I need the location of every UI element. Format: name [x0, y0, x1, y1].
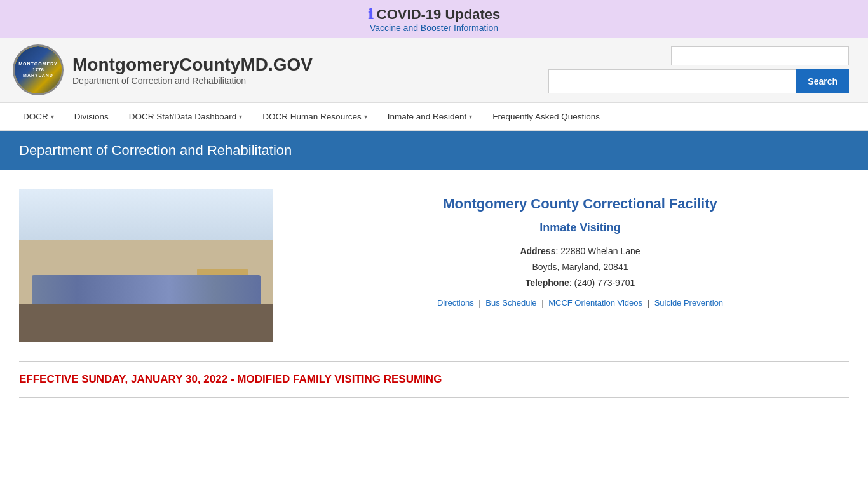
nav-label-faq: Frequently Asked Questions — [492, 112, 600, 121]
address-label: Address — [520, 246, 555, 256]
nav-link-divisions[interactable]: Divisions — [64, 103, 119, 130]
site-subtitle: Department of Correction and Rehabilitat… — [72, 76, 313, 86]
telephone-line: Telephone: (240) 773-9701 — [311, 275, 849, 291]
nav-item-stat: DOCR Stat/Data Dashboard ▾ — [119, 103, 253, 130]
nav-link-stat[interactable]: DOCR Stat/Data Dashboard ▾ — [119, 103, 253, 130]
nav-item-faq: Frequently Asked Questions — [482, 103, 610, 130]
nav-label-stat: DOCR Stat/Data Dashboard — [129, 112, 237, 121]
nav-link-faq[interactable]: Frequently Asked Questions — [482, 103, 610, 130]
facility-links: Directions | Bus Schedule | MCCF Orienta… — [311, 298, 849, 308]
covid-link[interactable]: Vaccine and Booster Information — [0, 23, 868, 33]
telephone-label: Telephone — [526, 278, 569, 288]
page-title: Department of Correction and Rehabilitat… — [19, 142, 849, 159]
nav-arrow-stat: ▾ — [239, 113, 242, 120]
site-header: MONTGOMERY 1776 MARYLAND MontgomeryCount… — [0, 38, 868, 102]
address-line2: Boyds, Maryland, 20841 — [311, 259, 849, 275]
bus-schedule-link[interactable]: Bus Schedule — [485, 298, 536, 308]
nav-arrow-hr: ▾ — [364, 113, 367, 120]
sep2: | — [541, 298, 543, 308]
nav-label-divisions: Divisions — [74, 112, 109, 121]
notice-text: EFFECTIVE SUNDAY, JANUARY 30, 2022 - MOD… — [19, 373, 849, 386]
main-content: Montgomery County Correctional Facility … — [0, 170, 868, 410]
sep1: | — [478, 298, 480, 308]
page-banner: Department of Correction and Rehabilitat… — [0, 131, 868, 170]
directions-link[interactable]: Directions — [437, 298, 474, 308]
nav-link-docr[interactable]: DOCR ▾ — [13, 103, 64, 130]
nav-arrow-docr: ▾ — [51, 113, 54, 120]
address-value1: : 22880 Whelan Lane — [555, 246, 640, 256]
search-input[interactable] — [548, 69, 796, 93]
site-logo: MONTGOMERY 1776 MARYLAND — [13, 44, 64, 95]
covid-title: ℹ COVID-19 Updates — [0, 6, 868, 23]
nav-item-hr: DOCR Human Resources ▾ — [252, 103, 377, 130]
nav-item-divisions: Divisions — [64, 103, 119, 130]
nav-arrow-inmate: ▾ — [469, 113, 472, 120]
search-row: Search — [548, 69, 849, 93]
top-search-input[interactable] — [671, 46, 849, 65]
visiting-title: Inmate Visiting — [311, 221, 849, 234]
header-search: Search — [548, 46, 849, 93]
header-left: MONTGOMERY 1776 MARYLAND MontgomeryCount… — [13, 44, 313, 95]
site-title-block: MontgomeryCountyMD.GOV Department of Cor… — [72, 54, 313, 86]
covid-title-text: COVID-19 Updates — [377, 6, 500, 22]
main-nav: DOCR ▾ Divisions DOCR Stat/Data Dashboar… — [0, 102, 868, 131]
facility-name: Montgomery County Correctional Facility — [311, 196, 849, 212]
address-block: Address: 22880 Whelan Lane Boyds, Maryla… — [311, 243, 849, 292]
nav-item-docr: DOCR ▾ — [13, 103, 64, 130]
nav-link-hr[interactable]: DOCR Human Resources ▾ — [252, 103, 377, 130]
site-name: MontgomeryCountyMD.GOV — [72, 54, 313, 76]
nav-label-hr: DOCR Human Resources — [262, 112, 361, 121]
search-button[interactable]: Search — [796, 69, 849, 93]
info-icon: ℹ — [368, 6, 373, 22]
nav-link-inmate[interactable]: Inmate and Resident ▾ — [377, 103, 483, 130]
covid-banner: ℹ COVID-19 Updates Vaccine and Booster I… — [0, 0, 868, 38]
notice-section: EFFECTIVE SUNDAY, JANUARY 30, 2022 - MOD… — [19, 361, 849, 398]
facility-image — [19, 189, 273, 342]
nav-item-inmate: Inmate and Resident ▾ — [377, 103, 483, 130]
sep3: | — [648, 298, 649, 308]
nav-label-inmate: Inmate and Resident — [388, 112, 467, 121]
orientation-videos-link[interactable]: MCCF Orientation Videos — [548, 298, 642, 308]
content-flex: Montgomery County Correctional Facility … — [19, 189, 849, 342]
telephone-value: : (240) 773-9701 — [569, 278, 635, 288]
suicide-prevention-link[interactable]: Suicide Prevention — [654, 298, 723, 308]
nav-label-docr: DOCR — [23, 112, 48, 121]
facility-info: Montgomery County Correctional Facility … — [311, 189, 849, 308]
address-line1: Address: 22880 Whelan Lane — [311, 243, 849, 259]
